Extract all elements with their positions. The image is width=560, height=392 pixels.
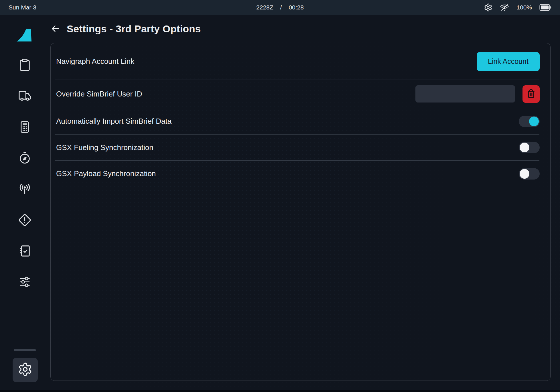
- toggle-gsx-fueling[interactable]: [519, 142, 540, 153]
- calculator-icon: [18, 120, 31, 135]
- battery-icon: [539, 4, 551, 11]
- status-clock: 2228Z / 00:28: [256, 4, 304, 11]
- sidebar-item-performance[interactable]: [12, 119, 37, 135]
- toggle-knob: [529, 117, 539, 126]
- sidebar: [0, 15, 43, 392]
- wifi-off-icon: [500, 3, 509, 12]
- delete-simbrief-id-button[interactable]: [522, 85, 540, 103]
- settings-panel: Navigraph Account Link Link Account Over…: [50, 43, 551, 381]
- toggle-gsx-payload[interactable]: [519, 168, 540, 180]
- setting-row-gsx-payload: GSX Payload Synchronization: [51, 161, 550, 187]
- simbrief-id-input[interactable]: [415, 85, 515, 103]
- setting-label: Override SimBrief User ID: [56, 90, 142, 99]
- status-date: Sun Mar 3: [9, 4, 36, 11]
- setting-label: GSX Fueling Synchronization: [56, 143, 153, 152]
- bottom-edge: [0, 390, 560, 392]
- status-time-local: 00:28: [289, 4, 304, 11]
- clipboard-icon: [18, 58, 31, 73]
- radio-antenna-icon: [18, 182, 31, 197]
- setting-label: Navigraph Account Link: [56, 57, 134, 66]
- link-account-button[interactable]: Link Account: [477, 52, 540, 71]
- setting-row-simbrief-id: Override SimBrief User ID: [51, 80, 550, 108]
- setting-row-navigraph: Navigraph Account Link Link Account: [51, 43, 550, 80]
- toggle-auto-import-simbrief[interactable]: [519, 116, 540, 127]
- gear-icon: [484, 3, 492, 12]
- battery-percent: 100%: [516, 4, 532, 11]
- status-bar: Sun Mar 3 2228Z / 00:28: [0, 0, 560, 15]
- sidebar-item-navigation[interactable]: [12, 150, 37, 166]
- notebook-check-icon: [18, 244, 31, 259]
- gear-icon: [18, 362, 33, 378]
- sidebar-item-options[interactable]: [12, 274, 37, 290]
- sidebar-item-failures[interactable]: [12, 212, 37, 228]
- sliders-icon: [18, 275, 31, 290]
- back-button[interactable]: [50, 24, 60, 34]
- status-indicators: 100%: [484, 3, 551, 12]
- back-arrow-icon: [50, 23, 60, 35]
- status-time-separator: /: [280, 4, 282, 11]
- sidebar-divider: [14, 349, 36, 351]
- status-time-utc: 2228Z: [256, 4, 273, 11]
- sidebar-item-radio[interactable]: [12, 181, 37, 197]
- setting-row-auto-import: Automatically Import SimBrief Data: [51, 108, 550, 134]
- airline-tail-logo: [17, 29, 31, 42]
- setting-label: Automatically Import SimBrief Data: [56, 117, 171, 126]
- sidebar-item-settings-active[interactable]: [13, 358, 38, 382]
- page-title: Settings - 3rd Party Options: [67, 23, 201, 35]
- sidebar-item-ground-services[interactable]: [12, 88, 37, 104]
- trash-icon: [526, 89, 536, 99]
- truck-icon: [18, 89, 31, 104]
- toggle-knob: [520, 169, 529, 179]
- sidebar-item-checklists[interactable]: [12, 243, 37, 259]
- setting-row-gsx-fueling: GSX Fueling Synchronization: [51, 135, 550, 160]
- page-header: Settings - 3rd Party Options: [50, 21, 201, 37]
- alert-diamond-icon: [18, 213, 31, 228]
- setting-label: GSX Payload Synchronization: [56, 169, 156, 178]
- efb-screen: Sun Mar 3 2228Z / 00:28: [0, 0, 560, 392]
- toggle-knob: [520, 143, 529, 152]
- simbrief-id-controls: [415, 85, 540, 103]
- sidebar-item-flightplan[interactable]: [12, 57, 37, 73]
- compass-icon: [18, 151, 31, 166]
